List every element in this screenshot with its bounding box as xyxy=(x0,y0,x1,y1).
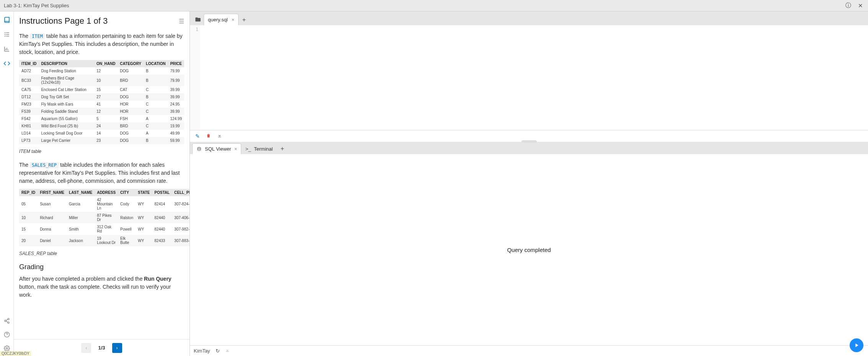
table-row: FS42Aquarium (55 Gallon)5FSHA124.99 xyxy=(19,115,184,122)
instructions-heading: Instructions Page 1 of 3 xyxy=(19,16,179,26)
table-row: FS39Folding Saddle Stand12HORC39.99 xyxy=(19,108,184,115)
table-header: CELL_PHONE xyxy=(172,189,190,196)
sql-tab-close-icon[interactable]: × xyxy=(234,146,237,152)
table-header: CITY xyxy=(118,189,136,196)
db-name: KimTay xyxy=(194,348,210,354)
table-row: 20DanielJackson19 Lookout DrElk ButteWY8… xyxy=(19,235,190,246)
window-title: Lab 3-1: KimTay Pet Supplies xyxy=(4,3,69,8)
svg-point-0 xyxy=(8,318,9,320)
grading-header: Grading xyxy=(19,263,184,271)
table-row: FM23Fly Mask with Ears41HORC24.95 xyxy=(19,101,184,108)
table-row: KH81Wild Bird Food (25 lb)24BRDC19.99 xyxy=(19,122,184,130)
sql-viewer-tab[interactable]: SQL Viewer × xyxy=(192,143,241,154)
download-status-icon[interactable] xyxy=(225,348,230,354)
share-icon[interactable] xyxy=(3,317,11,325)
instructions-pane: Instructions Page 1 of 3 ☰ The ITEM tabl… xyxy=(14,11,190,356)
table-row: CA75Enclosed Cat Litter Station15CATC39.… xyxy=(19,86,184,93)
terminal-label: Terminal xyxy=(254,146,273,152)
line-gutter: 1 xyxy=(190,25,200,130)
checklist-icon[interactable] xyxy=(3,31,11,38)
table-header: ON_HAND xyxy=(94,60,118,67)
terminal-icon: >_ xyxy=(245,146,251,152)
add-tab-button[interactable]: + xyxy=(239,15,249,25)
instructions-body[interactable]: The ITEM table has a information pertain… xyxy=(14,29,190,339)
salesrep-table-caption: SALES_REP table xyxy=(19,251,184,256)
table-header: ADDRESS xyxy=(95,189,118,196)
footer-id: Q0CZJKY0IbDY xyxy=(0,351,31,356)
svg-point-4 xyxy=(6,348,8,349)
editor-tabs: query.sql × + xyxy=(190,11,868,25)
book-icon[interactable] xyxy=(3,16,11,24)
hamburger-icon[interactable]: ☰ xyxy=(179,18,184,25)
tab-close-icon[interactable]: × xyxy=(232,17,235,23)
table-header: DESCRIPTION xyxy=(39,60,94,67)
salesrep-code-tag: SALES_REP xyxy=(30,162,59,168)
salesrep-paragraph: The SALES_REP table includes the informa… xyxy=(19,161,184,185)
salesrep-table: REP_IDFIRST_NAMELAST_NAMEADDRESSCITYSTAT… xyxy=(19,189,190,246)
result-text: Query completed xyxy=(507,247,551,253)
grading-paragraph: After you have completed a problem and c… xyxy=(19,275,184,299)
info-icon[interactable]: ⓘ xyxy=(844,2,852,9)
table-row: DT12Dog Toy Gift Set27DOGB39.99 xyxy=(19,93,184,101)
table-row: 10RichardMiller87 Pikes DrRalstonWY82440… xyxy=(19,212,190,223)
table-header: PRICE xyxy=(168,60,184,67)
code-editor[interactable]: 1 xyxy=(190,25,868,130)
item-code-tag: ITEM xyxy=(30,33,45,39)
refresh-icon[interactable]: ↻ xyxy=(216,348,220,354)
status-bar: KimTay ↻ xyxy=(190,345,868,356)
table-header: REP_ID xyxy=(19,189,38,196)
intro-paragraph: The ITEM table has a information pertain… xyxy=(19,32,184,56)
table-row: LP73Large Pet Carrier23DOGB59.99 xyxy=(19,137,184,144)
table-header: POSTAL xyxy=(152,189,172,196)
svg-point-5 xyxy=(198,147,201,148)
table-header: CATEGORY xyxy=(118,60,144,67)
terminal-tab[interactable]: >_ Terminal xyxy=(241,143,277,154)
add-bottom-tab-button[interactable]: + xyxy=(277,143,288,154)
code-text-area[interactable] xyxy=(200,25,868,130)
title-bar: Lab 3-1: KimTay Pet Supplies ⓘ ✕ xyxy=(0,0,868,11)
edit-icon[interactable]: ✎ xyxy=(195,133,200,139)
table-header: STATE xyxy=(136,189,152,196)
pager: ‹ 1/3 › xyxy=(14,339,190,356)
page-indicator: 1/3 xyxy=(98,345,105,351)
drag-handle[interactable] xyxy=(521,140,537,143)
table-header: LAST_NAME xyxy=(67,189,95,196)
side-rail xyxy=(0,11,14,356)
svg-point-1 xyxy=(5,320,6,322)
sql-viewer-label: SQL Viewer xyxy=(205,146,231,152)
item-table: ITEM_IDDESCRIPTIONON_HANDCATEGORYLOCATIO… xyxy=(19,60,184,144)
svg-point-2 xyxy=(8,322,9,323)
table-header: LOCATION xyxy=(144,60,168,67)
table-header: FIRST_NAME xyxy=(38,189,67,196)
file-tab[interactable]: query.sql × xyxy=(204,14,239,25)
bottom-tabs: SQL Viewer × >_ Terminal + xyxy=(190,142,868,154)
table-row: 15DonnaSmith312 Oak RdPowellWY82440307-9… xyxy=(19,223,190,235)
chart-icon[interactable] xyxy=(3,45,11,53)
table-row: LD14Locking Small Dog Door14DOGA49.99 xyxy=(19,130,184,137)
code-icon[interactable] xyxy=(3,60,11,67)
table-row: BC33Feathers Bird Cage (12x24x18)10BRDB7… xyxy=(19,75,184,86)
item-table-caption: ITEM table xyxy=(19,149,184,154)
prev-page-button[interactable]: ‹ xyxy=(81,343,91,353)
table-header: ITEM_ID xyxy=(19,60,39,67)
table-row: 05SusanGarcia42 Mountain LnCodyWY8241430… xyxy=(19,196,190,212)
next-page-button[interactable]: › xyxy=(112,343,122,353)
editor-area: query.sql × + 1 ✎ SQL Viewer × xyxy=(190,11,868,356)
delete-icon[interactable] xyxy=(206,133,211,139)
folder-icon[interactable] xyxy=(192,14,204,25)
help-icon[interactable] xyxy=(3,331,11,338)
database-icon xyxy=(196,146,202,152)
download-icon[interactable] xyxy=(217,133,222,139)
close-icon[interactable]: ✕ xyxy=(857,2,864,9)
result-area: Query completed xyxy=(190,154,868,345)
file-tab-label: query.sql xyxy=(208,17,228,23)
run-query-button[interactable] xyxy=(850,338,863,352)
table-row: AD72Dog Feeding Station12DOGB79.99 xyxy=(19,67,184,75)
